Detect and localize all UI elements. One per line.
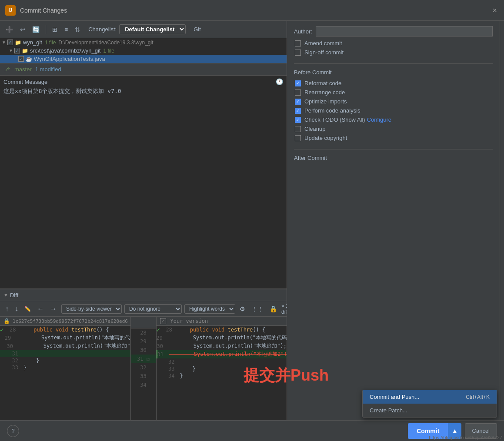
title-bar: IJ Commit Changes × [0,0,504,21]
tree-meta-src: 1 file [103,48,114,54]
diff-toolbar: ↑ ↓ ✏️ ← → Side-by-side viewer Unified v… [0,301,287,317]
line-num-29: 29 [5,335,13,341]
modified-badge: 1 modified [35,66,61,73]
diff-left-line-32: 32 } [0,357,130,364]
diff-viewer-dropdown[interactable]: Side-by-side viewer Unified viewer [61,304,122,314]
folder-icon: 📁 [15,40,21,46]
amend-commit-checkbox[interactable] [295,40,301,46]
diff-settings-button[interactable]: ⚙ [238,305,247,313]
diff-right-line-32: 32 [157,358,287,365]
diff-ignore-dropdown[interactable]: Do not ignore Ignore whitespace [124,304,182,314]
optimize-row: Optimize imports [294,98,493,105]
diff-title: Diff [10,292,18,298]
optimize-checkbox[interactable] [295,99,301,105]
author-label: Author: [294,28,312,35]
scrollbar[interactable] [500,21,504,441]
rearrange-checkbox[interactable] [295,90,301,96]
todo-label: Check TODO (Show All) [304,116,365,123]
line-num-28: 28 [5,327,18,333]
watermark: https://blog.csdn.net/qq_45928727 [427,434,504,441]
optimize-label: Optimize imports [304,98,347,105]
diff-prev-button[interactable]: ↑ [3,304,10,314]
diff-header: ▼ Diff [0,289,287,301]
diff-edit-button[interactable]: ✏️ [23,305,33,313]
commit-history-button[interactable]: 🕐 [276,78,283,85]
close-button[interactable]: × [492,6,497,15]
cleanup-label: Cleanup [304,126,325,132]
right-line-num-34: 34 [164,373,177,379]
overlay-push-text: 提交并Push [244,365,329,386]
left-hash: 1c627c5f733bb59d99572f7672b24c817e620ed6 [13,318,128,324]
reformat-label: Reformat code [304,80,341,86]
cleanup-checkbox[interactable] [295,126,301,132]
pin-button[interactable]: ➕ [3,25,15,34]
diff-right-line-28: ✓ 28 public void testThre() { [157,326,287,334]
left-hash-icon: 🔒 [3,318,10,324]
signoff-commit-row: Sign-off commit [294,49,493,56]
after-commit-title: After Commit [294,155,493,161]
tree-item-src[interactable]: ▼ 📁 src\test\java\com\bz\wyn_git 1 file [0,46,287,55]
tree-name-root: wyn_git [23,39,42,46]
line-num-32: 32 [8,358,21,364]
changelist-dropdown[interactable]: Default Changelist [119,24,186,34]
tree-arrow-file [16,56,17,61]
undo-button[interactable]: ↩ [18,25,27,34]
tree-checkbox-file[interactable] [18,56,24,62]
diff-left-line-28: ✓ 28 public void testThre() { [0,326,130,334]
diff-forward-button[interactable]: → [48,304,59,314]
collapse-button[interactable]: ⇅ [73,25,82,34]
app-logo: IJ [5,5,16,16]
section-divider-1 [294,63,493,64]
right-line-num-32: 32 [164,359,177,365]
diff-left-header: 🔒 1c627c5f733bb59d99572f7672b24c817e620e… [0,317,130,326]
tree-checkbox-root[interactable] [7,40,13,45]
tree-checkbox-src[interactable] [14,48,20,53]
configure-link[interactable]: Configure [367,116,391,123]
tree-item-file[interactable]: ☕ WynGitApplicationTests.java [0,55,287,63]
branch-icon: ⎇ [3,66,10,73]
separator-1 [46,25,46,34]
tree-meta-root: 1 file [45,40,56,46]
tree-arrow-src: ▼ [9,48,13,53]
git-label: Git [194,26,201,33]
diff-toggle-arrow[interactable]: ▼ [3,292,8,298]
tree-item-root[interactable]: ▼ 📁 wyn_git 1 file D:\Development\ideaCo… [0,38,287,46]
expand-button[interactable]: ≡ [62,25,70,34]
tree-name-file: WynGitApplicationTests.java [34,56,105,62]
create-patch-menu-item[interactable]: Create Patch... [363,404,497,417]
diff-left-line-33: 33 } [0,364,130,371]
before-commit-title: Before Commit [294,69,493,76]
right-line-num-28: 28 [162,327,175,333]
signoff-commit-checkbox[interactable] [295,50,301,56]
toolbar: ➕ ↩ 🔄 ⊞ ≡ ⇅ Changelist: Default Changeli… [0,21,287,38]
right-line-num-33: 33 [164,366,177,372]
refresh-button[interactable]: 🔄 [30,25,42,34]
group-button[interactable]: ⊞ [50,25,60,34]
commit-message-input[interactable]: 这是xx项目第8个版本提交，测试类添加 v7.0 [3,87,283,286]
amend-commit-row: Amend commit [294,40,493,46]
author-input[interactable] [316,26,493,36]
help-button[interactable]: ? [7,425,19,437]
amend-commit-label: Amend commit [304,40,342,46]
reformat-row: Reformat code [294,80,493,86]
commit-and-push-menu-item[interactable]: Commit and Push... Ctrl+Alt+K [363,390,497,404]
author-row: Author: [294,26,493,36]
commit-and-push-label: Commit and Push... [370,394,419,400]
diff-lock-button[interactable]: 🔒 [268,305,279,313]
line-num-33: 33 [8,365,21,371]
diff-left-line-29: 29 System.out.println("本地写的代 [0,334,130,342]
diff-back-button[interactable]: ← [35,304,46,314]
diff-columns-button[interactable]: ⋮⋮ [250,305,265,313]
diff-right-line-31: 31 System.out.println("本地追加2"); [157,350,287,358]
right-line-num-31: 31 [157,351,166,358]
reformat-checkbox[interactable] [295,80,301,86]
popup-menu: Commit and Push... Ctrl+Alt+K Create Pat… [362,390,497,418]
diff-left-line-30: 30 System.out.println("本地追加" [0,342,130,350]
todo-checkbox[interactable] [295,117,301,123]
diff-right-line-30: 30 System.out.println("本地追加"); [157,342,287,350]
codeanalysis-checkbox[interactable] [295,108,301,114]
diff-highlight-dropdown[interactable]: Highlight words Highlight lines No highl… [184,304,235,314]
copyright-checkbox[interactable] [295,135,301,141]
rearrange-label: Rearrange code [304,89,345,96]
diff-next-button[interactable]: ↓ [13,304,20,314]
